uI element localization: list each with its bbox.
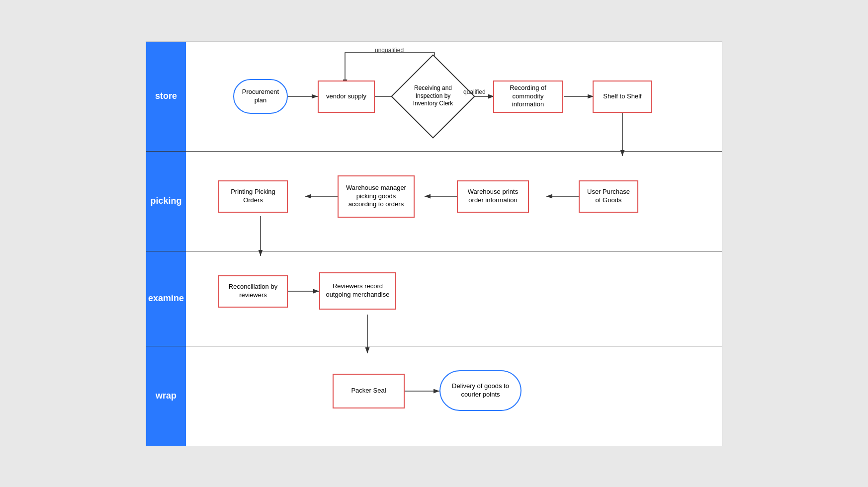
node-vendor-supply: vendor supply <box>318 81 375 113</box>
lane-content-picking: User Purchase of Goods Warehouse prints … <box>186 152 722 251</box>
node-reconciliation: Reconciliation by reviewers <box>218 275 288 308</box>
node-user-purchase: User Purchase of Goods <box>579 180 638 213</box>
node-warehouse-prints: Warehouse prints order information <box>457 180 529 213</box>
lane-examine: examine Reconciliation by reviewers Rev <box>146 251 722 346</box>
node-recording-commodity: Recording of commodity information <box>493 81 563 113</box>
node-receiving-inspection: Receiving and Inspection by Inventory Cl… <box>403 67 463 126</box>
lane-store: store <box>146 42 722 152</box>
lane-content-store: Procurement plan vendor supply Receiving… <box>186 42 722 151</box>
node-packer-seal: Packer Seal <box>333 374 405 408</box>
node-reviewers-record: Reviewers record outgoing merchandise <box>319 272 396 310</box>
lane-wrap: wrap Packer Seal Delivery of goods to co… <box>146 346 722 446</box>
label-qualified: qualified <box>463 88 486 95</box>
node-printing-picking: Printing Picking Orders <box>218 180 288 213</box>
node-delivery-courier: Delivery of goods to courier points <box>439 370 521 411</box>
diagram-container: store <box>146 41 722 446</box>
node-procurement-plan: Procurement plan <box>233 79 288 114</box>
lane-label-picking: picking <box>146 152 186 251</box>
node-shelf-to-shelf: Shelf to Shelf <box>593 81 652 113</box>
node-warehouse-picking: Warehouse manager picking goods accordin… <box>338 175 415 218</box>
lane-label-store: store <box>146 42 186 151</box>
lane-content-examine: Reconciliation by reviewers Reviewers re… <box>186 251 722 346</box>
lane-picking: picking User Purchase of Goods <box>146 152 722 251</box>
lane-label-wrap: wrap <box>146 346 186 446</box>
lane-label-examine: examine <box>146 251 186 346</box>
lane-content-wrap: Packer Seal Delivery of goods to courier… <box>186 346 722 446</box>
label-unqualified: unqualified <box>375 47 404 54</box>
